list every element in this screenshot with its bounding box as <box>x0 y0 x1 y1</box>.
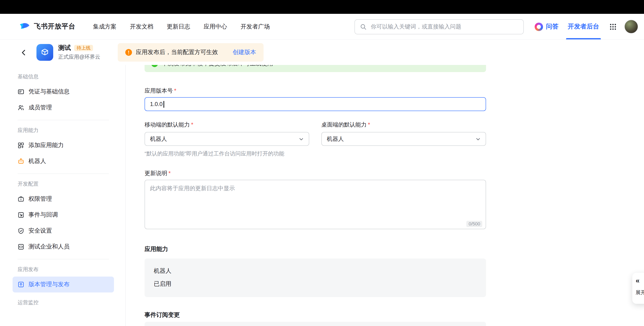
chevron-down-icon <box>299 136 304 142</box>
sidebar-item-label: 版本管理与发布 <box>28 281 70 288</box>
sidebar-section-basic: 基础信息 <box>18 73 114 80</box>
version-label: 应用版本号* <box>144 87 486 95</box>
update-notes-wrap: 0/500 <box>144 180 486 231</box>
search-input[interactable] <box>370 23 518 30</box>
back-button[interactable] <box>19 48 28 57</box>
warning-icon <box>125 49 132 56</box>
qa-label: 问答 <box>546 23 558 30</box>
chevron-down-icon <box>476 136 480 142</box>
system-bar <box>0 0 644 14</box>
select-value: 机器人 <box>327 135 344 143</box>
capability-panel: 机器人 已启用 <box>144 258 486 297</box>
required-mark: * <box>174 88 176 94</box>
required-mark: * <box>168 170 171 176</box>
success-banner: 本次发布免审核，提交发布后即可上线使用 <box>144 65 486 72</box>
notice-text: 应用发布后，当前配置方可生效 <box>136 48 218 56</box>
console-link[interactable]: 开发者后台 <box>568 14 599 40</box>
nav-item-docs[interactable]: 开发文档 <box>130 23 153 30</box>
window: 飞书开放平台 集成方案 开发文档 更新日志 应用中心 开发者广场 问答 <box>0 0 644 326</box>
sidebar-item-version-release[interactable]: 版本管理与发布 <box>12 276 114 292</box>
body: 基础信息 凭证与基础信息 成员管理 <box>0 65 644 326</box>
sidebar-item-credentials[interactable]: 凭证与基础信息 <box>12 84 114 100</box>
search-icon <box>360 23 366 30</box>
mobile-capability-select[interactable]: 机器人 <box>144 132 309 146</box>
sidebar-section-release: 应用发布 <box>18 266 114 273</box>
credential-icon <box>18 88 24 95</box>
sidebar-item-test-company[interactable]: 测试企业和人员 <box>12 239 114 255</box>
nav-item-dev-plaza[interactable]: 开发者广场 <box>240 23 270 30</box>
sidebar-divider <box>18 259 109 260</box>
nav-item-app-center[interactable]: 应用中心 <box>204 23 227 30</box>
capability-status: 已启用 <box>154 280 477 288</box>
sidebar-item-label: 事件与回调 <box>28 211 58 219</box>
capability-section-title: 应用能力 <box>144 245 486 253</box>
sidebar-item-label: 权限管理 <box>28 195 52 203</box>
members-icon <box>18 104 24 111</box>
nav-item-changelog[interactable]: 更新日志 <box>167 23 190 30</box>
qa-ring-icon <box>535 22 543 31</box>
app-icon <box>36 44 53 61</box>
expand-panel-button[interactable]: « 展开 <box>632 273 644 304</box>
shield-icon <box>18 228 24 234</box>
console-label: 开发者后台 <box>568 23 599 30</box>
required-mark: * <box>368 122 370 128</box>
publish-notice: 应用发布后，当前配置方可生效 创建版本 <box>118 43 264 62</box>
qa-link[interactable]: 问答 <box>535 22 558 31</box>
top-header: 飞书开放平台 集成方案 开发文档 更新日志 应用中心 开发者广场 问答 <box>0 14 644 40</box>
feishu-logo-icon <box>19 21 30 32</box>
version-release-icon <box>18 281 24 288</box>
permission-icon <box>18 196 24 202</box>
main-nav: 集成方案 开发文档 更新日志 应用中心 开发者广场 <box>93 23 270 30</box>
app-bar: 测试 待上线 正式应用@环界云 应用发布后，当前配置方可生效 创建版本 <box>0 40 644 65</box>
sidebar-item-add-capability[interactable]: 添加应用能力 <box>12 138 114 153</box>
sidebar-section-capability: 应用能力 <box>18 127 114 134</box>
app-subtitle: 正式应用@环界云 <box>58 54 100 61</box>
header-right: 问答 开发者后台 <box>535 14 638 40</box>
sidebar-item-label: 成员管理 <box>28 104 52 112</box>
app-name: 测试 <box>58 44 71 52</box>
events-panel <box>144 322 486 326</box>
sidebar-item-bot[interactable]: 机器人 <box>12 153 114 169</box>
nav-item-integration[interactable]: 集成方案 <box>93 23 116 30</box>
test-users-icon <box>18 244 24 250</box>
create-version-link[interactable]: 创建版本 <box>232 48 256 56</box>
sidebar: 基础信息 凭证与基础信息 成员管理 <box>0 65 126 326</box>
sidebar-item-label: 添加应用能力 <box>28 142 64 149</box>
version-input[interactable]: 1.0.0 <box>144 97 486 111</box>
version-value: 1.0.0 <box>150 101 162 107</box>
search-box[interactable] <box>354 19 524 34</box>
expand-label: 展开 <box>636 289 644 296</box>
sidebar-item-members[interactable]: 成员管理 <box>12 100 114 116</box>
main-content: 本次发布免审核，提交发布后即可上线使用 应用版本号* 1.0.0 移动端的默认能… <box>126 65 644 326</box>
sidebar-item-label: 测试企业和人员 <box>28 243 70 250</box>
events-section-title: 事件订阅变更 <box>144 311 486 318</box>
default-capability-hint: “默认的应用功能”即用户通过工作台访问应用时打开的功能 <box>144 150 486 158</box>
update-notes-textarea[interactable] <box>144 180 486 229</box>
collapse-chevrons-icon: « <box>636 277 640 284</box>
sidebar-section-monitor: 运营监控 <box>18 299 114 306</box>
update-notes-label: 更新说明* <box>144 170 486 177</box>
sidebar-item-permissions[interactable]: 权限管理 <box>12 191 114 207</box>
apps-grid-icon[interactable] <box>609 23 617 30</box>
success-check-icon <box>151 65 158 67</box>
sidebar-item-label: 安全设置 <box>28 227 52 235</box>
avatar[interactable] <box>624 20 638 34</box>
required-mark: * <box>191 122 193 128</box>
desktop-capability-select[interactable]: 机器人 <box>321 132 486 146</box>
desktop-capability-label: 桌面端的默认能力* <box>321 121 486 129</box>
sidebar-section-dev-config: 开发配置 <box>18 180 114 188</box>
brand[interactable]: 飞书开放平台 <box>19 21 76 32</box>
sidebar-item-label: 凭证与基础信息 <box>28 88 70 96</box>
sidebar-divider <box>18 120 109 120</box>
capability-name: 机器人 <box>154 267 477 274</box>
sidebar-item-label: 机器人 <box>28 158 46 165</box>
event-callback-icon <box>18 212 24 218</box>
sidebar-item-events[interactable]: 事件与回调 <box>12 207 114 223</box>
brand-title: 飞书开放平台 <box>34 22 76 31</box>
text-caret <box>164 101 164 108</box>
add-capability-icon <box>18 142 24 149</box>
sidebar-item-security[interactable]: 安全设置 <box>12 223 114 239</box>
select-value: 机器人 <box>150 135 167 143</box>
char-counter: 0/500 <box>466 221 482 227</box>
mobile-capability-label: 移动端的默认能力* <box>144 121 309 129</box>
